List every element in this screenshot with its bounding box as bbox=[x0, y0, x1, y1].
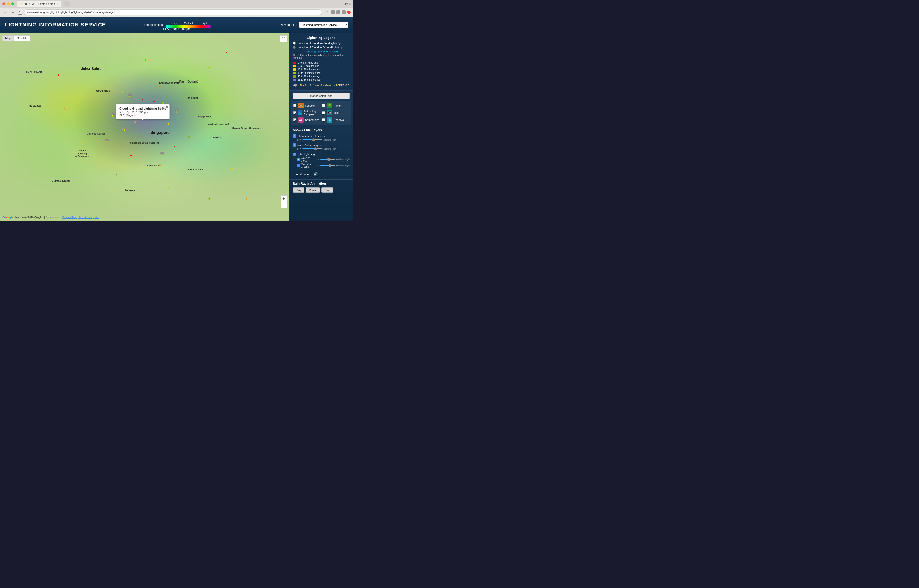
mrt-icon: 🚇 bbox=[327, 110, 332, 115]
extension-button-1[interactable] bbox=[331, 10, 335, 14]
lightning-dot-21 bbox=[58, 74, 59, 76]
back-button[interactable]: ← bbox=[2, 10, 8, 15]
close-window-button[interactable] bbox=[2, 2, 5, 5]
rain-level-light: Light bbox=[202, 22, 207, 24]
zoom-controls: + − bbox=[281, 195, 287, 208]
schools-checkbox[interactable]: ✓ bbox=[293, 104, 296, 107]
lightning-dot-24 bbox=[116, 174, 117, 175]
extension-button-red[interactable] bbox=[347, 11, 350, 14]
lightning-dot-19 bbox=[197, 80, 198, 81]
time-label-10-15: 10 to 15 minutes ago bbox=[298, 68, 320, 71]
rain-radar-layer-name: Rain Radar Images bbox=[297, 144, 321, 147]
lightning-legend-section: Lightning Legend Location of Cloud-to-Cl… bbox=[289, 33, 353, 91]
amenity-parks[interactable]: ✓ 🌳 Parks bbox=[322, 103, 349, 108]
maximize-window-button[interactable] bbox=[11, 2, 14, 5]
forward-button[interactable]: → bbox=[10, 10, 16, 15]
thunderstorm-slider[interactable] bbox=[302, 139, 322, 140]
new-tab-button[interactable] bbox=[63, 2, 69, 6]
time-color-0-5 bbox=[293, 61, 296, 64]
amenity-reservoir[interactable]: ✓ 💧 Reservoir bbox=[322, 117, 349, 123]
minimize-window-button[interactable] bbox=[7, 2, 10, 5]
map-expand-button[interactable]: ⛶ bbox=[280, 35, 287, 42]
navigate-to-label: Navigate to : bbox=[281, 23, 297, 26]
reservoir-icon: 💧 bbox=[327, 117, 332, 123]
total-lightning-checkbox[interactable] bbox=[293, 152, 296, 156]
app-title: LIGHTNING INFORMATION SERVICE bbox=[5, 22, 106, 28]
lightning-dot-30 bbox=[231, 168, 233, 170]
animation-pause-button[interactable]: Pause bbox=[306, 187, 320, 193]
total-lightning-layer-row: Total Lightning bbox=[293, 152, 350, 156]
rain-level-moderate: Moderate bbox=[184, 22, 194, 24]
rain-radar-checkbox[interactable] bbox=[293, 144, 296, 147]
thunderstorm-slider-low: Low bbox=[297, 139, 301, 141]
cloud-ground-dot bbox=[293, 46, 296, 49]
layer-total-lightning: Total Lightning Cloud-to-Cloud Low Mediu… bbox=[293, 152, 350, 168]
map-area[interactable]: Johor Bahru Pasir Gudang Nusajaya BUKIT … bbox=[0, 33, 289, 221]
popup-location: SLE, Singapore bbox=[120, 114, 166, 117]
cloud-cloud-sublayer-name: Cloud-to-Cloud bbox=[301, 157, 313, 162]
schools-icon: 🏫 bbox=[298, 103, 304, 108]
lightning-dot-14 bbox=[174, 145, 175, 147]
manage-alert-ring-button[interactable]: Manage Alert Ring bbox=[293, 93, 350, 99]
address-bar[interactable]: www.weather.gov.sg/lightning/lightning/l… bbox=[24, 9, 322, 15]
time-item-15-20: 15 to 20 minutes ago bbox=[293, 72, 350, 74]
rain-radar-slider-high: High bbox=[332, 148, 336, 150]
thunderstorm-slider-medium: Medium bbox=[323, 139, 331, 141]
cloud-cloud-slider[interactable] bbox=[320, 159, 335, 160]
swimming-checkbox[interactable]: ✓ bbox=[293, 111, 296, 114]
reservoir-checkbox[interactable]: ✓ bbox=[322, 118, 325, 121]
sound-icon[interactable]: 🔊 bbox=[313, 172, 318, 176]
map-type-buttons: Map Satellite bbox=[2, 35, 30, 41]
browser-tab[interactable]: ⚡ NEA-MSS Lightning Alert × bbox=[17, 1, 61, 7]
reload-button[interactable]: ↻ bbox=[18, 10, 22, 15]
tab-close-button[interactable]: × bbox=[57, 3, 58, 5]
thunderstorm-layer-name: Thunderstorm Forecast bbox=[297, 135, 325, 137]
tab-title: NEA-MSS Lightning Alert bbox=[25, 2, 55, 5]
lightning-dot-17 bbox=[130, 155, 132, 157]
navigate-to-select[interactable]: Lightning Information Service Rain Radar… bbox=[299, 22, 348, 28]
community-checkbox[interactable]: ✓ bbox=[293, 118, 296, 121]
swimming-icon: 🏊 bbox=[298, 110, 302, 115]
layers-title: Show / Hide Layers bbox=[293, 128, 350, 132]
amenity-mrt[interactable]: ✓ 🚇 MRT bbox=[322, 110, 349, 116]
forecast-text: This icon indicates thunderstorm FORECAS… bbox=[300, 84, 349, 87]
report-map-error-link[interactable]: Report a map error bbox=[79, 216, 99, 219]
cloud-cloud-label: Location of Cloud-to-Cloud lightning bbox=[298, 42, 341, 45]
cloud-ground-label: Location of Cloud-to-Ground lightning bbox=[298, 46, 342, 49]
parks-checkbox[interactable]: ✓ bbox=[322, 104, 325, 107]
total-lightning-layer-name: Total Lightning bbox=[297, 153, 315, 156]
lightning-dot-20 bbox=[208, 67, 210, 68]
cloud-ground-sublayer-checkbox[interactable] bbox=[297, 164, 300, 167]
cloud-cloud-sublayer-checkbox[interactable] bbox=[297, 158, 300, 161]
animation-stop-button[interactable]: Stop bbox=[321, 187, 333, 193]
zoom-in-button[interactable]: + bbox=[281, 195, 287, 202]
map-type-map[interactable]: Map bbox=[2, 35, 14, 41]
mrt-checkbox[interactable]: ✓ bbox=[322, 111, 325, 114]
rain-level-heavy: Heavy bbox=[170, 22, 176, 24]
time-color-20-25 bbox=[293, 75, 296, 78]
community-icon: 🏘 bbox=[298, 117, 304, 123]
extension-button-2[interactable] bbox=[336, 10, 340, 14]
map-footer: Google Map data ©2018 Google | 2 km ────… bbox=[2, 215, 99, 219]
amenity-swimming[interactable]: ✓ 🏊 Swimming Complex bbox=[293, 110, 320, 116]
alert-sound-label: Alert Sound : bbox=[296, 173, 312, 176]
lightning-detection-domain-link[interactable]: Lightning Detection Domain bbox=[293, 50, 350, 53]
browser-actions bbox=[331, 10, 350, 14]
schools-label: Schools bbox=[305, 104, 315, 107]
extension-button-3[interactable] bbox=[342, 10, 346, 14]
time-item-5-10: 5 to 10 minutes ago bbox=[293, 65, 350, 68]
rain-radar-slider[interactable] bbox=[302, 149, 322, 149]
terms-of-use-link[interactable]: Terms of Use bbox=[62, 216, 76, 219]
map-type-satellite[interactable]: Satellite bbox=[14, 35, 30, 41]
bookmark-star-icon[interactable]: ☆ bbox=[326, 10, 329, 14]
amenity-schools[interactable]: ✓ 🏫 Schools bbox=[293, 103, 320, 108]
cloud-ground-slider[interactable] bbox=[320, 165, 335, 166]
time-item-20-25: 20 to 25 minutes ago bbox=[293, 75, 350, 78]
time-label-20-25: 20 to 25 minutes ago bbox=[298, 75, 320, 78]
popup-close-button[interactable]: × bbox=[166, 105, 168, 109]
amenity-community[interactable]: ✓ 🏘 Community bbox=[293, 117, 320, 123]
animation-play-button[interactable]: Play bbox=[293, 187, 304, 193]
time-label-25-30: 25 to 30 minutes ago bbox=[298, 79, 320, 81]
thunderstorm-checkbox[interactable] bbox=[293, 134, 296, 137]
zoom-out-button[interactable]: − bbox=[281, 202, 287, 208]
